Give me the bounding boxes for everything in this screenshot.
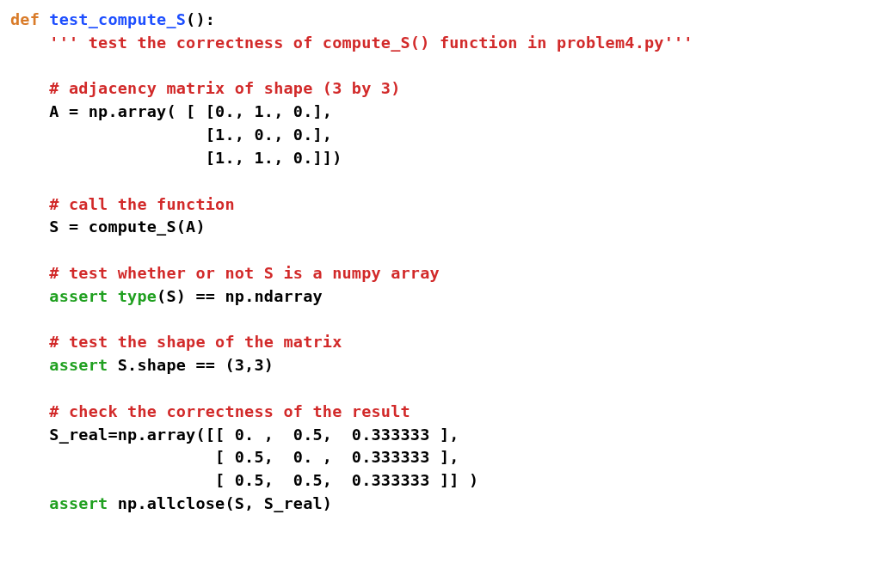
- array-line-1: A = np.array( [ [0., 1., 0.],: [49, 102, 332, 120]
- signature-tail: ():: [186, 10, 215, 28]
- assert-shape-tail: S.shape == (3,3): [108, 356, 274, 374]
- keyword-assert-3: assert: [49, 494, 108, 512]
- assert-type-tail: (S) == np.ndarray: [157, 287, 323, 305]
- keyword-def: def: [10, 10, 40, 28]
- comment-call: # call the function: [49, 195, 234, 213]
- sreal-line-2: [ 0.5, 0. , 0.333333 ],: [49, 448, 459, 466]
- comment-correct: # check the correctness of the result: [49, 402, 410, 420]
- comment-type: # test whether or not S is a numpy array: [49, 264, 440, 282]
- sreal-line-1: S_real=np.array([[ 0. , 0.5, 0.333333 ],: [49, 426, 459, 444]
- keyword-type: type: [118, 287, 157, 305]
- array-line-2: [1., 0., 0.],: [49, 126, 332, 144]
- comment-adjacency: # adjacency matrix of shape (3 by 3): [49, 79, 400, 97]
- keyword-assert: assert: [49, 287, 108, 305]
- docstring: ''' test the correctness of compute_S() …: [49, 34, 693, 52]
- array-line-3: [1., 1., 0.]]): [49, 149, 342, 167]
- comment-shape: # test the shape of the matrix: [49, 333, 342, 351]
- function-name: test_compute_S: [49, 10, 186, 28]
- assert-close-tail: np.allclose(S, S_real): [108, 494, 332, 512]
- sreal-line-3: [ 0.5, 0.5, 0.333333 ]] ): [49, 471, 478, 489]
- keyword-assert-2: assert: [49, 356, 108, 374]
- code-block: def test_compute_S(): ''' test the corre…: [0, 0, 881, 524]
- call-line: S = compute_S(A): [49, 217, 205, 236]
